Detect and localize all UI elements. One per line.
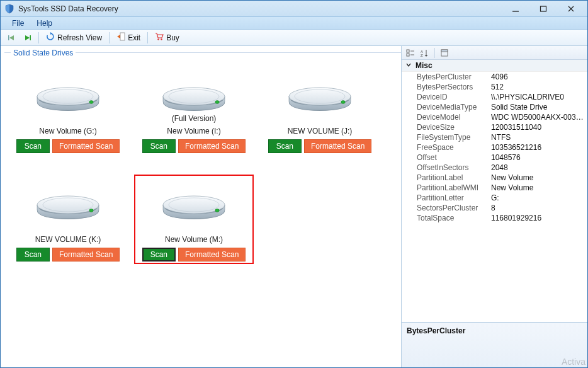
properties-group-header[interactable]: Misc xyxy=(402,60,587,72)
cart-icon xyxy=(155,32,164,43)
svg-rect-14 xyxy=(407,54,409,56)
property-key: Offset xyxy=(417,153,491,162)
drive-card[interactable]: (Full Version) New Volume (I:) Scan Form… xyxy=(134,66,254,156)
scan-button[interactable]: Scan xyxy=(16,139,50,153)
property-value: Solid State Drive xyxy=(491,103,587,112)
svg-rect-13 xyxy=(407,50,409,52)
drive-subtitle: (Full Version) xyxy=(172,114,217,123)
formatted-scan-button[interactable]: Formatted Scan xyxy=(52,248,120,262)
drive-card[interactable]: New Volume (M:) Scan Formatted Scan xyxy=(134,175,254,264)
properties-grid[interactable]: Misc BytesPerCluster 4096 BytesPerSector… xyxy=(402,60,587,322)
property-row[interactable]: BytesPerCluster 4096 xyxy=(402,72,587,82)
property-value: G: xyxy=(491,193,587,202)
scan-button[interactable]: Scan xyxy=(142,248,176,262)
description-pane: BytesPerCluster xyxy=(402,322,587,367)
property-row[interactable]: FreeSpace 103536521216 xyxy=(402,142,587,152)
property-value: 4096 xyxy=(491,72,587,81)
property-row[interactable]: OffsetInSectors 2048 xyxy=(402,163,587,173)
property-row[interactable]: Offset 1048576 xyxy=(402,152,587,163)
property-row[interactable]: SectorsPerCluster 8 xyxy=(402,203,587,213)
refresh-button[interactable]: Refresh View xyxy=(43,31,105,44)
property-key: DeviceModel xyxy=(417,113,491,122)
minimize-button[interactable] xyxy=(502,2,529,16)
property-row[interactable]: PartitionLetter G: xyxy=(402,193,587,203)
drive-icon xyxy=(159,69,229,114)
formatted-scan-button[interactable]: Formatted Scan xyxy=(178,139,246,153)
property-value: NTFS xyxy=(491,133,587,142)
property-key: DeviceSize xyxy=(417,123,491,132)
scan-button[interactable]: Scan xyxy=(142,139,176,153)
properties-toolbar: AZ xyxy=(402,46,587,60)
drive-name: New Volume (I:) xyxy=(167,127,220,135)
formatted-scan-button[interactable]: Formatted Scan xyxy=(52,139,120,153)
property-key: FreeSpace xyxy=(417,143,491,152)
property-row[interactable]: DeviceSize 120031511040 xyxy=(402,122,587,132)
drive-icon xyxy=(285,69,354,114)
property-value: \\.\PHYSICALDRIVE0 xyxy=(491,93,587,101)
drive-name: NEW VOLUME (K:) xyxy=(35,235,101,244)
property-row[interactable]: DeviceModel WDC WD5000AAKX-003CA0 AT xyxy=(402,112,587,122)
panel-title: Solid State Drives xyxy=(11,49,76,57)
property-key: BytesPerCluster xyxy=(417,72,491,81)
formatted-scan-button[interactable]: Formatted Scan xyxy=(304,139,371,153)
drive-icon xyxy=(33,177,103,222)
drive-card[interactable]: NEW VOLUME (K:) Scan Formatted Scan xyxy=(8,175,128,264)
alphabetical-view-icon[interactable]: AZ xyxy=(419,47,431,59)
property-row[interactable]: PartitionLabelWMI New Volume xyxy=(402,183,587,193)
drive-name: NEW VOLUME (J:) xyxy=(288,127,353,135)
property-value: New Volume xyxy=(491,183,587,192)
property-key: PartitionLabelWMI xyxy=(417,183,491,192)
description-title: BytesPerCluster xyxy=(407,326,465,335)
formatted-scan-button[interactable]: Formatted Scan xyxy=(178,248,246,262)
app-shield-icon xyxy=(4,4,14,14)
property-row[interactable]: DeviceMediaType Solid State Drive xyxy=(402,102,587,112)
menu-help[interactable]: Help xyxy=(30,18,59,29)
exit-icon xyxy=(116,32,125,43)
property-value: WDC WD5000AAKX-003CA0 AT xyxy=(491,113,587,122)
categorized-view-icon[interactable] xyxy=(404,47,417,59)
property-row[interactable]: BytesPerSectors 512 xyxy=(402,82,587,92)
exit-button[interactable]: Exit xyxy=(113,31,144,44)
drive-card[interactable]: NEW VOLUME (J:) Scan Formatted Scan xyxy=(260,66,380,156)
buy-button[interactable]: Buy xyxy=(152,31,183,44)
scan-button[interactable]: Scan xyxy=(268,139,302,153)
property-key: SectorsPerCluster xyxy=(417,204,491,212)
drive-card[interactable]: New Volume (G:) Scan Formatted Scan xyxy=(8,66,128,156)
drives-pane: Solid State Drives New Volume (G:) Scan … xyxy=(1,46,401,367)
property-row[interactable]: PartitionLabel New Volume xyxy=(402,173,587,183)
menu-file[interactable]: File xyxy=(6,18,30,29)
property-value: New Volume xyxy=(491,173,587,182)
properties-group-label: Misc xyxy=(416,61,433,70)
scan-button[interactable]: Scan xyxy=(16,248,50,262)
svg-marker-10 xyxy=(117,35,120,38)
property-value: 512 xyxy=(491,83,587,91)
property-key: BytesPerSectors xyxy=(417,83,491,91)
property-key: PartitionLabel xyxy=(417,173,491,182)
close-button[interactable] xyxy=(557,2,585,16)
buy-label: Buy xyxy=(166,33,179,42)
svg-rect-1 xyxy=(541,6,546,11)
property-value: 8 xyxy=(491,204,587,212)
svg-rect-4 xyxy=(8,35,9,40)
property-row[interactable]: DeviceID \\.\PHYSICALDRIVE0 xyxy=(402,92,587,102)
svg-rect-9 xyxy=(120,33,125,40)
svg-point-11 xyxy=(157,38,159,40)
collapse-icon xyxy=(405,61,412,70)
menu-bar: File Help xyxy=(1,17,587,30)
exit-label: Exit xyxy=(128,33,140,42)
refresh-icon xyxy=(46,32,55,43)
property-row[interactable]: FileSystemType NTFS xyxy=(402,132,587,142)
drive-name: New Volume (M:) xyxy=(165,235,223,244)
property-row[interactable]: TotalSpace 116801929216 xyxy=(402,213,587,223)
property-value: 120031511040 xyxy=(491,123,587,132)
nav-next-button[interactable] xyxy=(21,33,35,43)
drive-name: New Volume (G:) xyxy=(39,127,96,135)
property-pages-icon[interactable] xyxy=(438,47,451,59)
property-key: FileSystemType xyxy=(417,133,491,142)
maximize-button[interactable] xyxy=(529,2,557,16)
property-value: 103536521216 xyxy=(491,143,587,152)
drive-icon xyxy=(33,69,103,114)
property-key: DeviceMediaType xyxy=(417,103,491,112)
property-value: 1048576 xyxy=(491,153,587,162)
nav-first-button[interactable] xyxy=(4,33,18,43)
